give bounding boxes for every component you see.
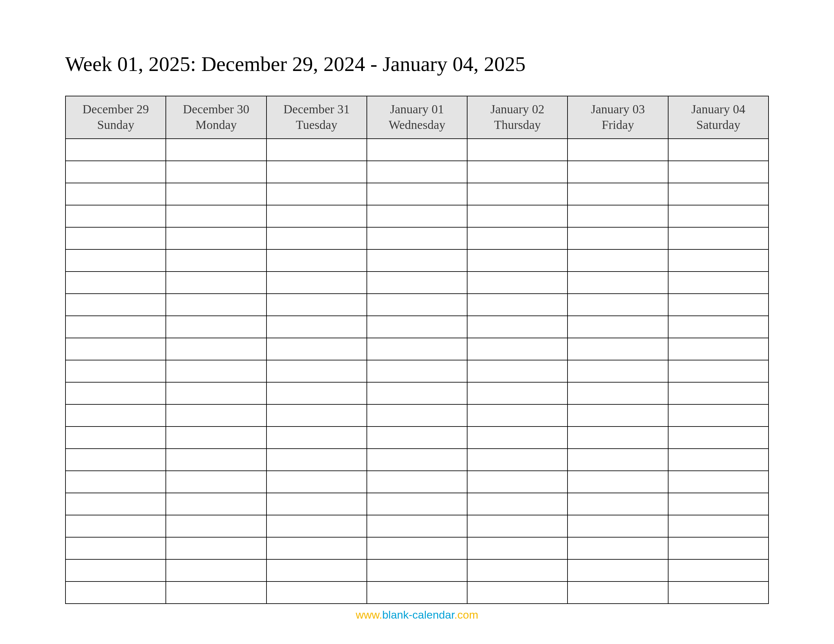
calendar-cell[interactable]	[668, 559, 769, 581]
calendar-cell[interactable]	[367, 449, 467, 471]
calendar-cell[interactable]	[65, 426, 166, 449]
calendar-cell[interactable]	[567, 493, 668, 515]
calendar-cell[interactable]	[467, 183, 567, 205]
calendar-cell[interactable]	[367, 227, 467, 249]
calendar-cell[interactable]	[467, 227, 567, 249]
calendar-cell[interactable]	[267, 205, 367, 227]
calendar-cell[interactable]	[668, 360, 769, 382]
calendar-cell[interactable]	[367, 404, 467, 426]
calendar-cell[interactable]	[467, 249, 567, 271]
calendar-cell[interactable]	[567, 205, 668, 227]
calendar-cell[interactable]	[65, 161, 166, 183]
calendar-cell[interactable]	[367, 426, 467, 449]
calendar-cell[interactable]	[367, 581, 467, 604]
calendar-cell[interactable]	[65, 183, 166, 205]
calendar-cell[interactable]	[367, 183, 467, 205]
calendar-cell[interactable]	[467, 161, 567, 183]
calendar-cell[interactable]	[65, 537, 166, 559]
calendar-cell[interactable]	[367, 338, 467, 360]
calendar-cell[interactable]	[65, 227, 166, 249]
calendar-cell[interactable]	[65, 382, 166, 404]
calendar-cell[interactable]	[367, 382, 467, 404]
calendar-cell[interactable]	[267, 493, 367, 515]
calendar-cell[interactable]	[367, 493, 467, 515]
calendar-cell[interactable]	[668, 471, 769, 493]
calendar-cell[interactable]	[65, 205, 166, 227]
calendar-cell[interactable]	[467, 449, 567, 471]
calendar-cell[interactable]	[65, 515, 166, 537]
calendar-cell[interactable]	[668, 426, 769, 449]
calendar-cell[interactable]	[567, 426, 668, 449]
calendar-cell[interactable]	[166, 515, 266, 537]
calendar-cell[interactable]	[567, 316, 668, 338]
calendar-cell[interactable]	[166, 161, 266, 183]
calendar-cell[interactable]	[65, 360, 166, 382]
calendar-cell[interactable]	[567, 161, 668, 183]
calendar-cell[interactable]	[367, 316, 467, 338]
calendar-cell[interactable]	[367, 161, 467, 183]
calendar-cell[interactable]	[668, 294, 769, 316]
calendar-cell[interactable]	[668, 183, 769, 205]
calendar-cell[interactable]	[367, 249, 467, 271]
calendar-cell[interactable]	[267, 382, 367, 404]
calendar-cell[interactable]	[367, 271, 467, 294]
calendar-cell[interactable]	[267, 139, 367, 161]
calendar-cell[interactable]	[467, 360, 567, 382]
calendar-cell[interactable]	[567, 271, 668, 294]
calendar-cell[interactable]	[467, 205, 567, 227]
calendar-cell[interactable]	[467, 382, 567, 404]
calendar-cell[interactable]	[668, 205, 769, 227]
calendar-cell[interactable]	[668, 316, 769, 338]
calendar-cell[interactable]	[567, 338, 668, 360]
calendar-cell[interactable]	[467, 559, 567, 581]
calendar-cell[interactable]	[65, 139, 166, 161]
calendar-cell[interactable]	[166, 183, 266, 205]
calendar-cell[interactable]	[166, 139, 266, 161]
calendar-cell[interactable]	[166, 471, 266, 493]
calendar-cell[interactable]	[668, 161, 769, 183]
calendar-cell[interactable]	[367, 139, 467, 161]
calendar-cell[interactable]	[668, 515, 769, 537]
calendar-cell[interactable]	[267, 404, 367, 426]
calendar-cell[interactable]	[65, 271, 166, 294]
calendar-cell[interactable]	[467, 471, 567, 493]
footer-link[interactable]: www.blank-calendar.com	[0, 608, 834, 621]
calendar-cell[interactable]	[267, 559, 367, 581]
calendar-cell[interactable]	[668, 338, 769, 360]
calendar-cell[interactable]	[567, 515, 668, 537]
calendar-cell[interactable]	[467, 404, 567, 426]
calendar-cell[interactable]	[668, 493, 769, 515]
calendar-cell[interactable]	[467, 493, 567, 515]
calendar-cell[interactable]	[567, 449, 668, 471]
calendar-cell[interactable]	[567, 537, 668, 559]
calendar-cell[interactable]	[668, 537, 769, 559]
calendar-cell[interactable]	[467, 537, 567, 559]
calendar-cell[interactable]	[567, 404, 668, 426]
calendar-cell[interactable]	[668, 139, 769, 161]
calendar-cell[interactable]	[668, 227, 769, 249]
calendar-cell[interactable]	[267, 449, 367, 471]
calendar-cell[interactable]	[668, 449, 769, 471]
calendar-cell[interactable]	[166, 360, 266, 382]
calendar-cell[interactable]	[65, 404, 166, 426]
calendar-cell[interactable]	[65, 294, 166, 316]
calendar-cell[interactable]	[166, 537, 266, 559]
calendar-cell[interactable]	[467, 139, 567, 161]
calendar-cell[interactable]	[668, 382, 769, 404]
calendar-cell[interactable]	[267, 360, 367, 382]
calendar-cell[interactable]	[166, 426, 266, 449]
calendar-cell[interactable]	[267, 515, 367, 537]
calendar-cell[interactable]	[567, 581, 668, 604]
calendar-cell[interactable]	[267, 338, 367, 360]
calendar-cell[interactable]	[668, 249, 769, 271]
calendar-cell[interactable]	[668, 404, 769, 426]
calendar-cell[interactable]	[166, 581, 266, 604]
calendar-cell[interactable]	[166, 338, 266, 360]
calendar-cell[interactable]	[467, 581, 567, 604]
calendar-cell[interactable]	[166, 271, 266, 294]
calendar-cell[interactable]	[567, 249, 668, 271]
calendar-cell[interactable]	[65, 581, 166, 604]
calendar-cell[interactable]	[65, 559, 166, 581]
calendar-cell[interactable]	[567, 227, 668, 249]
calendar-cell[interactable]	[267, 316, 367, 338]
